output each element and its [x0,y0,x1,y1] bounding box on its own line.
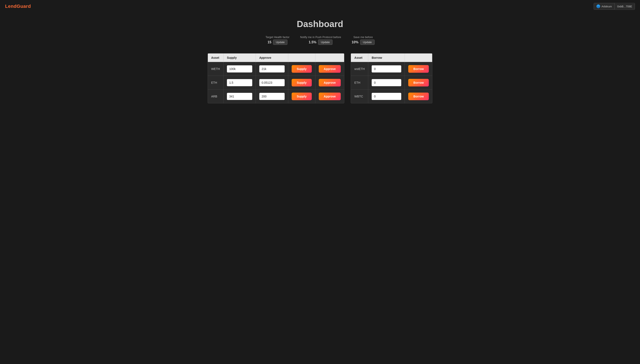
health-factor-update-button[interactable]: Update [273,40,287,45]
wallet-address: 0xbB...708E [615,4,635,9]
header: LendGuard Arbitrum 0xbB...708E [0,0,640,13]
supply-button[interactable]: Supply [292,92,312,100]
network-name: Arbitrum [601,5,612,8]
tables-container: Asset Supply Approve WETH Sup [203,53,437,103]
health-factor-group: Target Health factor 15 Update [265,36,289,45]
supply-table-wrapper: Asset Supply Approve WETH Sup [208,53,345,103]
borrow-btn-cell: Borrow [405,76,432,90]
approve-input-cell [256,90,288,103]
supply-input[interactable] [227,79,252,86]
borrow-input[interactable] [372,79,401,86]
push-protocol-value-row: 1.5% Update [309,40,332,45]
push-protocol-label: Notify me in Push Protocol before [300,36,341,39]
borrow-table-row: wstETH Borrow [351,62,432,76]
supply-col-supply-action [288,54,315,62]
supply-input[interactable] [227,65,252,72]
supply-table-row: WETH Supply Approve [208,62,344,76]
supply-asset-name: ARB [208,90,224,103]
health-factor-label: Target Health factor [265,36,289,39]
supply-asset-name: WETH [208,62,224,76]
arbitrum-icon [596,4,600,8]
save-me-value: 10% [352,40,358,44]
push-protocol-value: 1.5% [309,40,316,44]
borrow-table-row: WBTC Borrow [351,90,432,103]
borrow-table-row: ETH Borrow [351,76,432,90]
supply-input-cell [223,76,256,90]
controls-row: Target Health factor 15 Update Notify me… [265,36,374,45]
approve-button[interactable]: Approve [319,65,341,73]
borrow-input-cell [368,62,405,76]
supply-btn-cell: Supply [288,62,315,76]
push-protocol-group: Notify me in Push Protocol before 1.5% U… [300,36,341,45]
supply-input-cell [223,62,256,76]
borrow-col-asset: Asset [351,54,368,62]
borrow-btn-cell: Borrow [405,62,432,76]
supply-col-approve: Approve [256,54,288,62]
borrow-input-cell [368,76,405,90]
approve-input[interactable] [259,93,285,100]
save-me-update-button[interactable]: Update [360,40,375,45]
approve-button[interactable]: Approve [319,79,341,86]
save-me-label: Save me before [353,36,373,39]
supply-table: Asset Supply Approve WETH Sup [208,54,344,103]
supply-button[interactable]: Supply [292,65,312,73]
borrow-table: Asset Borrow wstETH Borrow ETH [351,54,432,103]
borrow-table-wrapper: Asset Borrow wstETH Borrow ETH [351,53,432,103]
approve-input-cell [256,76,288,90]
borrow-button[interactable]: Borrow [408,79,429,86]
save-me-group: Save me before 10% Update [352,36,375,45]
approve-input[interactable] [259,79,285,86]
approve-input[interactable] [259,65,285,72]
borrow-input-cell [368,90,405,103]
borrow-btn-cell: Borrow [405,90,432,103]
logo: LendGuard [5,4,31,9]
supply-table-row: ETH Supply Approve [208,76,344,90]
health-factor-value-row: 15 Update [268,40,287,45]
approve-input-cell [256,62,288,76]
logo-text: LendGuard [5,4,31,9]
supply-button[interactable]: Supply [292,79,312,86]
approve-btn-cell: Approve [315,62,344,76]
borrow-button[interactable]: Borrow [408,65,429,73]
borrow-button[interactable]: Borrow [408,92,429,100]
borrow-col-action [405,54,432,62]
approve-button[interactable]: Approve [319,92,341,100]
borrow-asset-name: wstETH [351,62,368,76]
borrow-col-borrow: Borrow [368,54,405,62]
supply-table-row: ARB Supply Approve [208,90,344,103]
supply-asset-name: ETH [208,76,224,90]
push-protocol-update-button[interactable]: Update [318,40,332,45]
approve-btn-cell: Approve [315,76,344,90]
supply-col-supply: Supply [223,54,256,62]
supply-input-cell [223,90,256,103]
save-me-value-row: 10% Update [352,40,375,45]
wallet-info: Arbitrum 0xbB...708E [594,3,635,10]
health-factor-value: 15 [268,40,271,44]
main-content: Dashboard Target Health factor 15 Update… [0,13,640,110]
supply-col-asset: Asset [208,54,224,62]
page-title: Dashboard [297,19,343,29]
network-badge[interactable]: Arbitrum [594,3,615,10]
supply-col-approve-action [315,54,344,62]
borrow-input[interactable] [372,93,401,100]
supply-btn-cell: Supply [288,90,315,103]
supply-input[interactable] [227,93,252,100]
borrow-input[interactable] [372,65,401,72]
borrow-asset-name: WBTC [351,90,368,103]
supply-btn-cell: Supply [288,76,315,90]
borrow-asset-name: ETH [351,76,368,90]
approve-btn-cell: Approve [315,90,344,103]
